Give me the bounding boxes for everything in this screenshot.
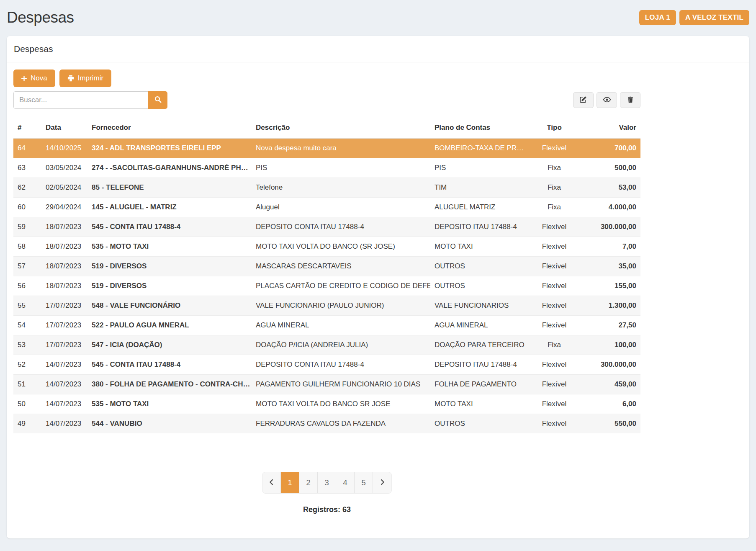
row-id: 55 bbox=[13, 296, 41, 316]
nova-button[interactable]: Nova bbox=[13, 70, 55, 87]
pagination-page-3[interactable]: 3 bbox=[318, 472, 336, 493]
row-date: 14/07/2023 bbox=[41, 414, 87, 434]
row-plano: ALUGUEL MATRIZ bbox=[430, 198, 535, 217]
table-row[interactable]: 5818/07/2023535 - MOTO TAXIMOTO TAXI VOL… bbox=[13, 237, 640, 257]
col-header-fornecedor: Fornecedor bbox=[87, 118, 252, 138]
table-row[interactable]: 5618/07/2023519 - DIVERSOSPLACAS CARTÃO … bbox=[13, 276, 640, 296]
pagination: 12345 bbox=[262, 472, 392, 494]
toolbar: Nova Imprimir bbox=[13, 70, 640, 87]
row-id: 53 bbox=[13, 335, 41, 355]
table-row[interactable]: 5517/07/2023548 - VALE FUNCIONÁRIOVALE F… bbox=[13, 296, 640, 316]
pagination-page-4[interactable]: 4 bbox=[336, 472, 355, 493]
pagination-page-2[interactable]: 2 bbox=[299, 472, 318, 493]
row-plano: DOAÇÃO PARA TERCEIRO bbox=[430, 335, 535, 355]
col-header-data: Data bbox=[41, 118, 87, 138]
row-valor: 53,00 bbox=[573, 178, 640, 198]
imprimir-button[interactable]: Imprimir bbox=[59, 70, 111, 87]
row-valor: 35,00 bbox=[573, 257, 640, 276]
row-fornecedor: 548 - VALE FUNCIONÁRIO bbox=[87, 296, 252, 316]
row-tipo: Fixa bbox=[535, 178, 573, 198]
trash-icon bbox=[627, 96, 634, 104]
row-descricao: Aluguel bbox=[252, 198, 430, 217]
search-group bbox=[13, 91, 167, 109]
row-valor: 4.000,00 bbox=[573, 198, 640, 217]
pagination-wrap: 12345 bbox=[13, 472, 640, 494]
row-date: 17/07/2023 bbox=[41, 335, 87, 355]
row-id: 51 bbox=[13, 375, 41, 394]
search-icon bbox=[154, 96, 162, 104]
search-button[interactable] bbox=[148, 91, 167, 109]
row-id: 58 bbox=[13, 237, 41, 257]
table-row[interactable]: 5718/07/2023519 - DIVERSOSMASCARAS DESCA… bbox=[13, 257, 640, 276]
view-button[interactable] bbox=[597, 92, 617, 108]
row-date: 03/05/2024 bbox=[41, 158, 87, 178]
store-badge[interactable]: LOJA 1 bbox=[639, 10, 676, 25]
table-row[interactable]: 4914/07/2023544 - VANUBIOFERRADURAS CAVA… bbox=[13, 414, 640, 434]
col-header-tipo: Tipo bbox=[535, 118, 573, 138]
row-id: 56 bbox=[13, 276, 41, 296]
search-input[interactable] bbox=[13, 91, 148, 109]
edit-icon bbox=[580, 96, 587, 104]
table-row[interactable]: 6303/05/2024274 - -SACOLITAS-GARANHUNS-A… bbox=[13, 158, 640, 178]
chevron-left-icon bbox=[268, 478, 275, 487]
pagination-next[interactable] bbox=[373, 472, 391, 493]
row-descricao: PIS bbox=[252, 158, 430, 178]
company-badge[interactable]: A VELOZ TEXTIL bbox=[679, 10, 749, 25]
table-row[interactable]: 6202/05/202485 - TELEFONETelefoneTIMFixa… bbox=[13, 178, 640, 198]
chevron-right-icon bbox=[379, 478, 386, 487]
row-descricao: Telefone bbox=[252, 178, 430, 198]
row-fornecedor: 519 - DIVERSOS bbox=[87, 257, 252, 276]
row-plano: DEPOSITO ITAU 17488-4 bbox=[430, 217, 535, 237]
table-row[interactable]: 5014/07/2023535 - MOTO TAXIMOTO TAXI VOL… bbox=[13, 394, 640, 414]
row-tipo: Fixa bbox=[535, 335, 573, 355]
row-fornecedor: 522 - PAULO AGUA MNERAL bbox=[87, 316, 252, 335]
col-header-descricao: Descrição bbox=[252, 118, 430, 138]
table-row[interactable]: 5417/07/2023522 - PAULO AGUA MNERALAGUA … bbox=[13, 316, 640, 335]
table-row[interactable]: 6414/10/2025324 - ADL TRANSPORTES EIRELI… bbox=[13, 138, 640, 158]
row-plano: AGUA MINERAL bbox=[430, 316, 535, 335]
row-valor: 300.000,00 bbox=[573, 355, 640, 375]
row-date: 18/07/2023 bbox=[41, 217, 87, 237]
row-descricao: PAGAMENTO GUILHERM FUNCIONARIO 10 DIAS bbox=[252, 375, 430, 394]
row-id: 49 bbox=[13, 414, 41, 434]
row-descricao: MOTO TAXI VOLTA DO BANCO (SR JOSE) bbox=[252, 237, 430, 257]
row-date: 14/10/2025 bbox=[41, 138, 87, 158]
pagination-page-1[interactable]: 1 bbox=[281, 472, 299, 493]
table-row[interactable]: 5114/07/2023380 - FOLHA DE PAGAMENTO - C… bbox=[13, 375, 640, 394]
row-valor: 459,00 bbox=[573, 375, 640, 394]
nova-button-label: Nova bbox=[31, 74, 47, 82]
table-row[interactable]: 5214/07/2023545 - CONTA ITAU 17488-4DEPO… bbox=[13, 355, 640, 375]
table-row[interactable]: 5918/07/2023545 - CONTA ITAU 17488-4DEPO… bbox=[13, 217, 640, 237]
delete-button[interactable] bbox=[620, 92, 640, 108]
page-title: Despesas bbox=[7, 9, 74, 26]
row-action-buttons bbox=[573, 92, 640, 108]
row-valor: 550,00 bbox=[573, 414, 640, 434]
row-date: 18/07/2023 bbox=[41, 257, 87, 276]
row-descricao: FERRADURAS CAVALOS DA FAZENDA bbox=[252, 414, 430, 434]
row-valor: 1.300,00 bbox=[573, 296, 640, 316]
expenses-table: # Data Fornecedor Descrição Plano de Con… bbox=[13, 118, 640, 433]
row-fornecedor: 535 - MOTO TAXI bbox=[87, 394, 252, 414]
table-row[interactable]: 5317/07/2023547 - ICIA (DOAÇÃO)DOAÇÃO P/… bbox=[13, 335, 640, 355]
row-valor: 155,00 bbox=[573, 276, 640, 296]
row-valor: 6,00 bbox=[573, 394, 640, 414]
row-plano: OUTROS bbox=[430, 276, 535, 296]
row-tipo: Flexível bbox=[535, 355, 573, 375]
row-id: 62 bbox=[13, 178, 41, 198]
row-plano: OUTROS bbox=[430, 257, 535, 276]
printer-icon bbox=[67, 75, 74, 82]
row-fornecedor: 519 - DIVERSOS bbox=[87, 276, 252, 296]
pagination-prev[interactable] bbox=[262, 472, 281, 493]
despesas-card: Despesas Nova Imprimir bbox=[7, 36, 749, 538]
row-date: 17/07/2023 bbox=[41, 296, 87, 316]
table-row[interactable]: 6029/04/2024145 - ALUGUEL - MATRIZAlugue… bbox=[13, 198, 640, 217]
row-tipo: Flexível bbox=[535, 316, 573, 335]
row-valor: 300.000,00 bbox=[573, 217, 640, 237]
row-plano: PIS bbox=[430, 158, 535, 178]
pagination-page-5[interactable]: 5 bbox=[355, 472, 373, 493]
row-fornecedor: 274 - -SACOLITAS-GARANHUNS-ANDRÉ PH… bbox=[87, 158, 252, 178]
row-valor: 500,00 bbox=[573, 158, 640, 178]
card-header: Despesas bbox=[7, 36, 749, 62]
edit-button[interactable] bbox=[573, 92, 594, 108]
col-header-id: # bbox=[13, 118, 41, 138]
